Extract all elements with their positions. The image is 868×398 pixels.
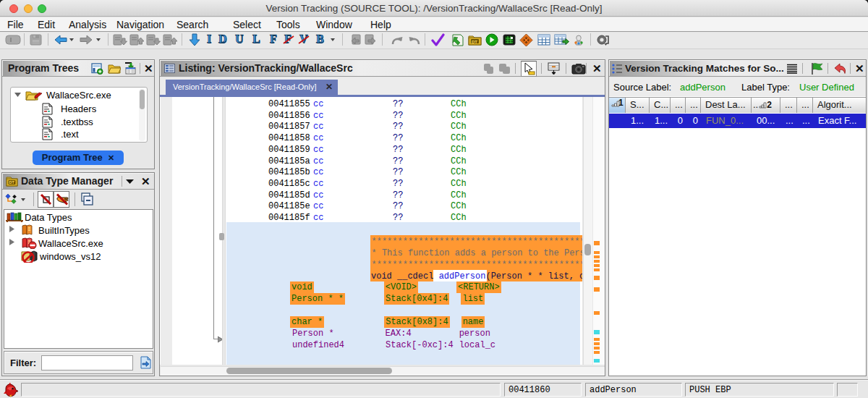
svg-text:DT: DT <box>9 180 15 185</box>
svg-text:DT: DT <box>472 40 477 44</box>
